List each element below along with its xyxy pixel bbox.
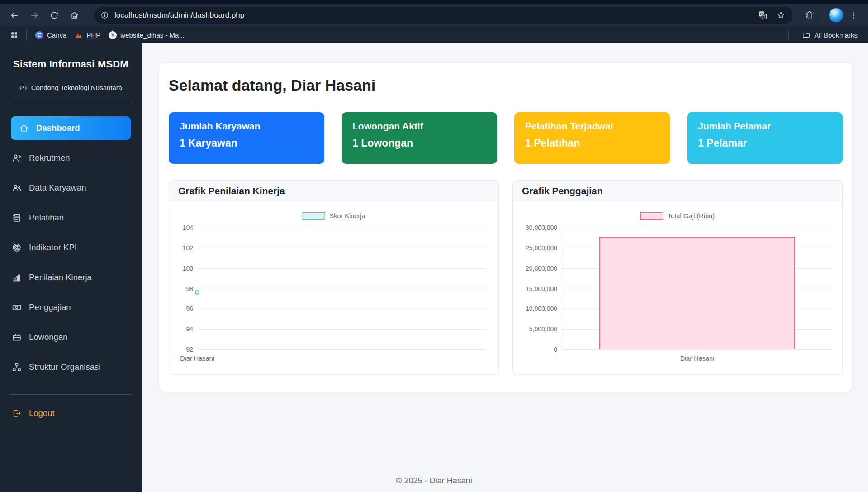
chart-legend[interactable]: Total Gaji (Ribu) <box>640 212 715 220</box>
svg-text:文: 文 <box>762 14 765 19</box>
bookmark-star-button[interactable] <box>773 8 788 23</box>
translate-button[interactable]: G 文 <box>755 8 770 23</box>
stat-card-row: Jumlah Karyawan1 KaryawanLowongan Aktif1… <box>169 112 843 164</box>
kebab-menu-icon <box>849 11 858 20</box>
bar-chart-icon <box>12 272 22 282</box>
home-icon <box>70 10 79 20</box>
person-plus-icon <box>12 153 22 163</box>
main-content: Selamat datang, Diar Hasani Jumlah Karya… <box>142 43 868 492</box>
gridline <box>561 228 833 228</box>
sidebar-item-label: Rekrutmen <box>29 153 70 163</box>
profile-avatar[interactable] <box>829 8 844 23</box>
apps-grid-button[interactable] <box>6 29 22 42</box>
gridline <box>197 329 486 330</box>
stat-card-title: Jumlah Karyawan <box>180 121 313 132</box>
sidebar-divider <box>10 394 132 395</box>
stat-card-value: 1 Karyawan <box>180 137 313 149</box>
extensions-button[interactable] <box>799 6 819 24</box>
sidebar-item-logout[interactable]: Logout <box>0 398 142 428</box>
y-tick-label: 25,000,000 <box>526 244 557 252</box>
stat-card-title: Lowongan Aktif <box>352 121 486 132</box>
star-icon <box>776 10 786 20</box>
toolbar-separator <box>824 10 824 20</box>
y-tick-label: 92 <box>186 346 193 353</box>
performance-chart-canvas: Skor Kinerja10410210098969492Diar Hasani <box>169 201 498 374</box>
y-tick-label: 98 <box>186 285 193 292</box>
bookmark-canva[interactable]: C Canva <box>31 29 71 41</box>
toolbar-right-cluster <box>799 6 863 24</box>
y-tick-label: 94 <box>186 325 193 333</box>
forward-arrow-icon <box>29 10 39 20</box>
all-bookmarks-separator <box>788 30 789 40</box>
payroll-chart-card: Grafik Penggajian Total Gaji (Ribu)30,00… <box>512 180 843 374</box>
bullseye-icon <box>12 243 22 253</box>
chart-title: Grafik Penggajian <box>513 181 842 201</box>
sidebar-item-label: Lowongan <box>29 332 67 342</box>
sidebar-item-label: Penilaian Kinerja <box>29 272 92 282</box>
stat-card-title: Jumlah Pelamar <box>698 121 832 132</box>
legend-label: Total Gaji (Ribu) <box>668 212 715 220</box>
apps-grid-icon <box>10 31 19 39</box>
sidebar-item-dashboard[interactable]: Dashboard <box>11 116 131 140</box>
bookmarks-separator <box>26 30 27 40</box>
y-tick-label: 5,000,000 <box>529 325 557 333</box>
bookmark-php[interactable]: PHP <box>71 29 104 41</box>
data-bar[interactable] <box>599 237 795 349</box>
bookmark-website-dihas[interactable]: ✳ website_dihas - Ma... <box>104 29 189 41</box>
forward-button[interactable] <box>24 6 44 24</box>
company-name: PT. Condong Teknologi Nusantara <box>0 84 142 91</box>
sidebar-item-label: Data Karyawan <box>29 183 86 193</box>
php-favicon <box>75 31 83 39</box>
sidebar: Sistem Informasi MSDM PT. Condong Teknol… <box>0 43 142 492</box>
home-button[interactable] <box>64 6 84 24</box>
gridline <box>197 248 486 248</box>
sidebar-item-penilaian-kinerja[interactable]: Penilaian Kinerja <box>0 263 142 292</box>
sidebar-item-data-karyawan[interactable]: Data Karyawan <box>0 173 142 203</box>
url-bar[interactable]: localhost/msdm/admin/dashboard.php G 文 <box>94 7 793 24</box>
sidebar-item-label: Pelatihan <box>29 213 64 223</box>
browser-menu-button[interactable] <box>844 6 863 24</box>
performance-chart-card: Grafik Penilaian Kinerja Skor Kinerja104… <box>169 180 499 374</box>
sidebar-item-penggajian[interactable]: Penggajian <box>0 292 142 322</box>
stat-card-1: Lowongan Aktif1 Lowongan <box>342 112 497 164</box>
back-button[interactable] <box>5 6 24 24</box>
y-tick-label: 0 <box>554 346 557 353</box>
sidebar-item-pelatihan[interactable]: Pelatihan <box>0 203 142 233</box>
gridline <box>197 268 486 269</box>
url-text: localhost/msdm/admin/dashboard.php <box>114 11 244 20</box>
people-icon <box>12 183 22 193</box>
y-tick-label: 10,000,000 <box>526 305 557 312</box>
sidebar-item-lowongan[interactable]: Lowongan <box>0 322 142 352</box>
page-info-icon[interactable] <box>100 11 109 19</box>
all-bookmarks-button[interactable]: All Bookmarks <box>798 29 862 41</box>
window-tab-strip <box>0 0 868 4</box>
sidebar-item-label: Logout <box>29 408 55 418</box>
legend-label: Skor Kinerja <box>330 212 365 220</box>
y-tick-label: 15,000,000 <box>526 285 557 292</box>
chart-legend[interactable]: Skor Kinerja <box>303 212 365 220</box>
stat-card-0: Jumlah Karyawan1 Karyawan <box>169 112 324 164</box>
stat-card-2: Pelatihan Terjadwal1 Pelatihan <box>514 112 670 164</box>
legend-swatch <box>303 212 325 220</box>
canva-favicon: C <box>35 31 43 39</box>
sidebar-item-indikator-kpi[interactable]: Indikator KPI <box>0 233 142 263</box>
y-tick-label: 104 <box>183 224 193 231</box>
y-tick-label: 100 <box>183 265 193 272</box>
journal-icon <box>12 213 22 223</box>
back-arrow-icon <box>9 10 19 20</box>
y-tick-label: 96 <box>186 305 193 312</box>
sidebar-divider <box>10 104 132 104</box>
data-point[interactable] <box>195 290 199 295</box>
sidebar-item-rekrutmen[interactable]: Rekrutmen <box>0 143 142 173</box>
reload-button[interactable] <box>44 6 64 24</box>
legend-swatch <box>640 212 663 220</box>
payroll-chart-canvas: Total Gaji (Ribu)30,000,00025,000,00020,… <box>513 201 842 374</box>
gridline <box>561 349 833 350</box>
swirl-favicon: ✳ <box>109 31 117 39</box>
sidebar-item-struktur-organisasi[interactable]: Struktur Organisasi <box>0 352 142 382</box>
bookmarks-bar: C Canva PHP ✳ website_dihas - Ma... All … <box>0 27 868 43</box>
sidebar-item-label: Indikator KPI <box>29 243 77 253</box>
bookmark-label: website_dihas - Ma... <box>120 31 185 39</box>
gridline <box>197 309 486 309</box>
org-chart-icon <box>12 362 22 372</box>
